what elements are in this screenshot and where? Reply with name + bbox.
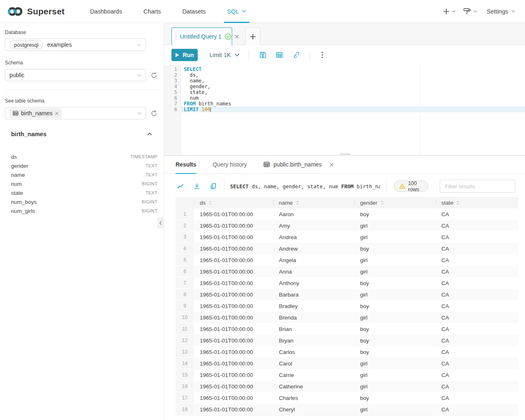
column-type: TEXT: [146, 163, 158, 168]
more-actions-kebab-icon[interactable]: [314, 49, 331, 61]
sql-editor[interactable]: 12345678 SELECT ds, name, gender, state,…: [164, 65, 525, 156]
column-header-gender[interactable]: gender: [354, 197, 436, 208]
code-line[interactable]: num: [181, 95, 525, 101]
table-cell: CA: [436, 323, 518, 335]
tab-query-history[interactable]: Query history: [213, 156, 247, 173]
column-header-ds[interactable]: ds: [194, 197, 273, 208]
column-type: BIGINT: [142, 199, 158, 204]
table-schema-header[interactable]: birth_names: [5, 131, 159, 137]
collapse-sidebar-handle[interactable]: [157, 217, 164, 228]
row-number: 4: [176, 243, 194, 254]
table-cell: CA: [436, 277, 518, 289]
column-type: TEXT: [146, 172, 158, 177]
table-grid-icon: [13, 110, 18, 116]
results-table-body: 11965-01-01T00:00:00AaronboyCA21965-01-0…: [176, 208, 518, 415]
sql-code-area[interactable]: SELECT ds, name, gender, state, numFROM …: [181, 65, 525, 155]
selected-table-name: birth_names: [21, 110, 52, 116]
line-number: 4: [164, 84, 180, 89]
language-picker[interactable]: [461, 6, 479, 17]
chevron-down-icon: [235, 53, 240, 57]
table-cell: 1965-01-01T00:00:00: [194, 323, 273, 335]
chevron-up-icon[interactable]: [147, 132, 152, 136]
table-picker-label: See table schema: [5, 98, 160, 104]
results-table-header: dsnamegenderstate: [176, 197, 518, 208]
copy-results-icon[interactable]: [208, 181, 218, 191]
schema-column-row: genderTEXT: [11, 161, 158, 170]
table-cell: girl: [354, 404, 436, 415]
table-row: 171965-01-01T00:00:00CharlesboyCA: [176, 392, 518, 404]
column-header-name[interactable]: name: [273, 197, 354, 208]
new-item-menu[interactable]: [441, 7, 457, 16]
code-line[interactable]: SELECT: [181, 66, 525, 72]
table-cell: boy: [354, 277, 436, 289]
resize-editor-handle[interactable]: [340, 153, 350, 156]
code-line[interactable]: FROM birth_names: [181, 101, 525, 107]
table-cell: CA: [436, 312, 518, 323]
close-tab-icon[interactable]: [235, 34, 239, 39]
code-line[interactable]: ds,: [181, 72, 525, 78]
create-table-as-button[interactable]: [271, 49, 288, 61]
refresh-tables-icon[interactable]: [151, 110, 158, 117]
row-count-badge[interactable]: 100 rows: [394, 180, 429, 192]
column-name: ds: [11, 154, 17, 160]
code-line[interactable]: state,: [181, 89, 525, 95]
tab-dataset-preview[interactable]: public.birth_names: [263, 156, 334, 173]
line-number: 6: [164, 95, 180, 101]
table-select[interactable]: birth_names: [5, 107, 146, 119]
plus-icon: [250, 34, 256, 40]
limit-dropdown[interactable]: Limit 1K: [210, 52, 240, 58]
code-line[interactable]: name,: [181, 78, 525, 84]
row-number: 9: [176, 300, 194, 312]
divider: [310, 50, 310, 59]
line-number: 5: [164, 89, 180, 95]
column-name: name: [11, 172, 25, 178]
new-query-tab-button[interactable]: [245, 27, 260, 45]
table-cell: CA: [436, 289, 518, 300]
column-header-state[interactable]: state: [436, 197, 518, 208]
table-row: 21965-01-01T00:00:00AmygirlCA: [176, 220, 518, 231]
remove-table-icon[interactable]: [55, 112, 59, 115]
table-columns-list: dsTIMESTAMPgenderTEXTnameTEXTnumBIGINTst…: [5, 152, 159, 215]
schema-name: public: [9, 72, 25, 78]
table-cell: CA: [436, 254, 518, 266]
table-cell: 1965-01-01T00:00:00: [194, 220, 273, 231]
executed-sql-preview[interactable]: SELECT ds, name, gender, state, num FROM…: [230, 183, 380, 189]
nav-dashboards[interactable]: Dashboards: [85, 0, 127, 23]
run-button[interactable]: Run: [171, 49, 198, 61]
filter-results-input[interactable]: [440, 180, 515, 193]
table-row: 131965-01-01T00:00:00CarlosboyCA: [176, 346, 518, 358]
settings-menu[interactable]: Settings: [487, 8, 515, 15]
table-cell: girl: [354, 381, 436, 392]
table-cell: CA: [436, 243, 518, 254]
partial-row: [176, 415, 518, 419]
nav-charts[interactable]: Charts: [139, 0, 166, 23]
table-cell: Angela: [273, 254, 354, 266]
close-dataset-tab-icon[interactable]: [329, 162, 334, 167]
code-line[interactable]: LIMIT 100: [181, 107, 525, 112]
copy-link-button[interactable]: [288, 49, 304, 61]
save-query-button[interactable]: [255, 49, 271, 61]
column-name: num_boys: [11, 199, 37, 205]
refresh-schemas-icon[interactable]: [151, 72, 158, 79]
query-tab[interactable]: Untitled Query 1: [171, 27, 232, 45]
table-cell: boy: [354, 392, 436, 404]
chevron-down-icon: [137, 43, 142, 46]
row-number: 13: [176, 346, 194, 358]
download-csv-icon[interactable]: [192, 181, 202, 191]
database-select[interactable]: postgresql examples: [5, 39, 146, 51]
line-number: 3: [164, 78, 180, 84]
table-cell: CA: [436, 266, 518, 277]
table-cell: girl: [354, 289, 436, 300]
explore-chart-icon[interactable]: [176, 181, 185, 191]
table-row: 161965-01-01T00:00:00CatherinegirlCA: [176, 381, 518, 392]
schema-select[interactable]: public: [5, 69, 146, 81]
table-row: 141965-01-01T00:00:00CarolgirlCA: [176, 358, 518, 369]
superset-logo[interactable]: Superset: [7, 5, 64, 18]
drag-handle-icon[interactable]: [175, 33, 177, 40]
code-line[interactable]: gender,: [181, 84, 525, 89]
tab-results[interactable]: Results: [176, 156, 196, 173]
text-cursor: [210, 107, 211, 112]
nav-datasets[interactable]: Datasets: [177, 0, 210, 23]
column-type: TEXT: [146, 190, 158, 195]
nav-sql[interactable]: SQL: [222, 0, 251, 23]
